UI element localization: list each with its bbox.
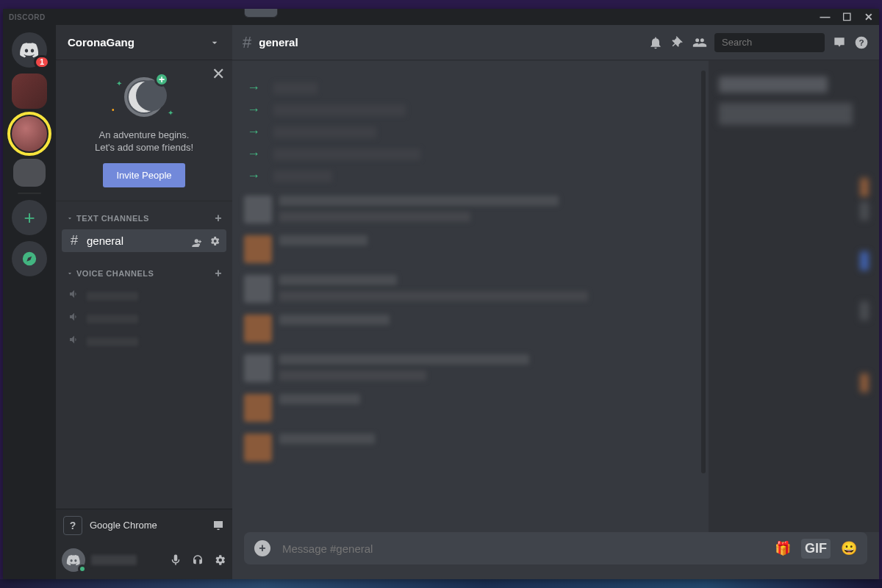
search-input[interactable] <box>720 36 847 49</box>
add-server-button[interactable]: + <box>12 200 47 235</box>
redacted-text <box>273 104 406 116</box>
member-list[interactable] <box>709 60 879 532</box>
pinned-messages-button[interactable] <box>670 35 685 50</box>
activity-panel[interactable]: ? Google Chrome <box>56 509 232 541</box>
compass-icon <box>21 251 37 267</box>
join-arrow-icon: → <box>247 146 260 162</box>
voice-channels-label: VOICE CHANNELS <box>76 269 154 278</box>
text-channels-label: TEXT CHANNELS <box>76 214 149 223</box>
emoji-picker-button[interactable]: 😀 <box>841 540 857 556</box>
server-item-selected[interactable] <box>12 116 47 151</box>
voice-channels-header[interactable]: VOICE CHANNELS + <box>62 262 226 284</box>
status-online-icon <box>78 564 87 573</box>
channel-label: general <box>87 234 185 247</box>
join-message: → <box>247 102 697 118</box>
redacted-text <box>279 291 588 301</box>
redacted-text <box>279 196 559 206</box>
redacted-text <box>279 394 360 404</box>
server-header-dropdown[interactable]: CoronaGang <box>56 25 232 60</box>
redacted-member <box>860 301 869 320</box>
redacted-username <box>91 555 137 565</box>
redacted-avatar <box>244 394 272 422</box>
inbox-button[interactable] <box>832 35 847 50</box>
tutorial-highlight-ring <box>7 112 51 156</box>
member-list-toggle[interactable] <box>692 35 707 50</box>
redacted-text <box>279 212 470 222</box>
gif-button[interactable]: GIF <box>801 539 831 559</box>
main-layout: 1 + CoronaGang ✕ ✦ <box>3 25 879 579</box>
redacted-text <box>273 82 318 94</box>
speaker-icon <box>68 334 81 349</box>
redacted-member <box>719 103 853 125</box>
message-list[interactable]: → → → → → <box>232 60 709 532</box>
welcome-illustration: ✦ • ✦ + <box>119 72 169 122</box>
gift-button[interactable]: 🎁 <box>775 540 791 556</box>
message-row <box>244 235 697 263</box>
speaker-icon <box>68 288 81 304</box>
window-tab-notch <box>244 9 278 18</box>
sparkle-icon: ✦ <box>116 79 122 87</box>
speaker-icon <box>68 311 81 326</box>
redacted-text <box>273 171 332 182</box>
sparkle-icon: ✦ <box>168 109 173 117</box>
window-minimize-button[interactable]: — <box>820 11 831 23</box>
attach-button[interactable]: + <box>254 540 270 556</box>
voice-channel-item[interactable] <box>62 330 226 353</box>
user-panel <box>56 541 232 579</box>
chevron-down-icon <box>209 37 220 49</box>
join-arrow-icon: → <box>247 80 260 96</box>
screen-share-icon[interactable] <box>212 519 225 532</box>
scrollbar[interactable] <box>701 71 706 473</box>
redacted-text <box>87 315 138 323</box>
server-list: 1 + <box>3 25 56 579</box>
redacted-avatar <box>244 275 272 303</box>
create-voice-channel-button[interactable]: + <box>215 267 222 280</box>
search-box[interactable] <box>714 33 825 52</box>
help-button[interactable]: ? <box>854 35 869 50</box>
explore-servers-button[interactable] <box>12 241 47 276</box>
join-message: → <box>247 124 697 140</box>
redacted-member <box>860 251 869 270</box>
redacted-avatar <box>244 196 272 223</box>
home-button[interactable]: 1 <box>12 32 47 68</box>
gear-icon[interactable] <box>209 235 220 247</box>
invite-people-button[interactable]: Invite People <box>103 163 184 187</box>
mute-mic-button[interactable] <box>169 553 182 567</box>
deafen-button[interactable] <box>191 553 204 567</box>
voice-channel-item[interactable] <box>62 284 226 307</box>
chat-body: → → → → → <box>232 60 879 532</box>
composer-row: + 🎁 GIF 😀 <box>232 532 879 579</box>
join-arrow-icon: → <box>247 124 260 140</box>
redacted-avatar <box>244 315 272 343</box>
redacted-text <box>273 126 376 138</box>
server-item[interactable] <box>12 74 47 109</box>
redacted-member <box>860 373 869 392</box>
message-input[interactable] <box>281 542 764 556</box>
welcome-text-line2: Let's add some friends! <box>68 142 220 153</box>
redacted-avatar <box>244 354 272 382</box>
message-row <box>244 354 697 382</box>
invite-icon[interactable] <box>191 235 203 247</box>
self-avatar[interactable] <box>62 548 85 572</box>
server-item[interactable] <box>13 159 46 187</box>
text-channels-header[interactable]: TEXT CHANNELS + <box>62 207 226 229</box>
window-maximize-button[interactable]: ☐ <box>842 11 853 23</box>
notifications-button[interactable] <box>648 35 663 50</box>
channel-general[interactable]: # general <box>62 229 226 252</box>
redacted-text <box>279 370 426 381</box>
message-row <box>244 196 697 223</box>
redacted-member <box>860 178 869 197</box>
welcome-close-button[interactable]: ✕ <box>212 66 225 82</box>
user-settings-button[interactable] <box>213 553 226 567</box>
redacted-text <box>279 354 529 365</box>
redacted-member <box>719 76 828 93</box>
message-composer[interactable]: + 🎁 GIF 😀 <box>244 532 867 564</box>
redacted-text <box>279 315 390 325</box>
voice-channel-item[interactable] <box>62 307 226 330</box>
create-text-channel-button[interactable]: + <box>215 212 222 225</box>
message-row <box>244 394 697 422</box>
window-close-button[interactable]: ✕ <box>864 11 874 23</box>
message-row <box>244 315 697 343</box>
activity-app-name: Google Chrome <box>90 520 204 531</box>
redacted-text <box>279 275 397 285</box>
